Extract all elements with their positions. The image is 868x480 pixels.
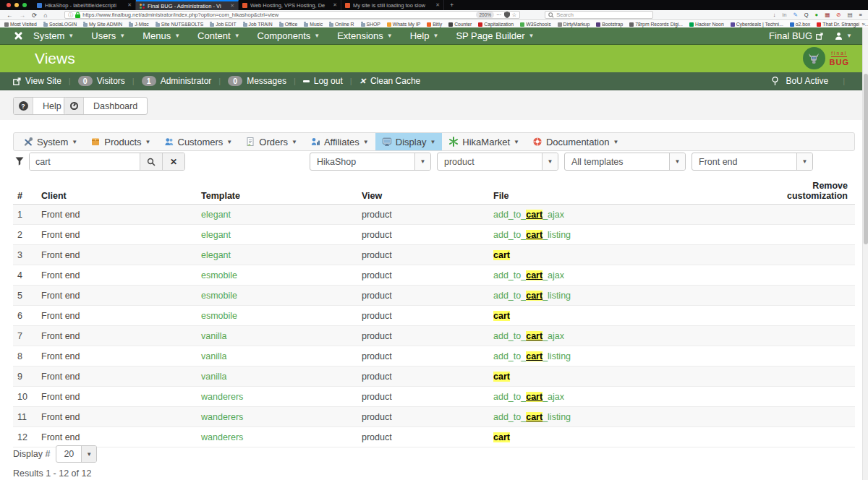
admin-menu-item[interactable]: Components▼ [258,30,320,41]
browser-extension-icon[interactable]: ● [815,12,819,18]
client-select[interactable]: Front end ▼ [692,153,813,171]
row-template-link[interactable]: elegant [201,245,362,265]
zoom-level-badge[interactable]: 200% [476,12,494,18]
row-file-link[interactable]: add_to_cart_ajax [493,205,752,225]
template-select[interactable]: All templates ▼ [564,153,686,171]
page-actions-icon[interactable]: ⋯ [496,12,502,18]
close-window-button[interactable] [7,3,11,7]
filter-search-button[interactable] [140,153,162,170]
browser-tab-4[interactable]: My site is still loading too slow ✕ [341,0,444,10]
bookmark-item[interactable]: SociaLOGIN [43,22,77,27]
hikashop-menu-products[interactable]: Products▼ [84,133,157,150]
bookmark-item[interactable]: Counter [448,22,472,27]
bookmark-item[interactable]: Job EDIT [210,22,236,27]
browser-extension-icon[interactable]: in [783,12,787,18]
bookmark-item[interactable]: o2.box [790,22,810,27]
row-file-link[interactable]: add_to_cart_listing [493,346,752,367]
hikashop-menu-orders[interactable]: Orders▼ [239,133,304,150]
vertical-scrollbar[interactable] [862,27,868,480]
bookmark-star-icon[interactable]: ☆ [512,12,517,18]
hikashop-menu-documentation[interactable]: Documentation▼ [526,133,625,150]
row-template-link[interactable]: esmobile [201,286,362,306]
bookmark-item[interactable]: My Site ADMIN [83,22,122,27]
bookmark-item[interactable]: Job TRAIN [243,22,273,27]
hikashop-menu-hikamarket[interactable]: HikaMarket▼ [442,133,526,150]
messages-status[interactable]: 0 Messages [228,76,286,86]
admin-menu-item[interactable]: Help▼ [410,30,439,41]
row-file-link[interactable]: cart [493,245,752,265]
reload-icon[interactable]: ⟳ [32,12,37,19]
bou-active-label[interactable]: BoU Active [786,76,828,86]
search-bar[interactable]: Search [545,11,653,19]
bookmark-item[interactable]: Bitly [427,22,442,27]
row-file-link[interactable]: add_to_cart_listing [493,407,752,427]
logout-link[interactable]: Log out [303,76,343,86]
browser-extension-icon[interactable]: ✎ [793,12,797,18]
url-text[interactable]: https://www.finalbug.net/administrator/i… [82,12,474,18]
admin-menu-item[interactable]: Content▼ [197,30,239,41]
hikashop-menu-affiliates[interactable]: Affiliates▼ [304,133,375,150]
browser-extension-icon[interactable]: ≡ [859,12,862,18]
user-menu[interactable]: ▼ [835,32,852,40]
browser-extension-icon[interactable]: ⊘ [836,12,841,18]
bookmark-item[interactable]: Capitalization [478,22,514,27]
dashboard-button[interactable]: Dashboard [64,97,148,115]
row-template-link[interactable]: elegant [201,205,362,225]
page-size-select[interactable]: 20 ▼ [56,445,97,463]
back-icon[interactable]: ← [7,12,13,19]
row-template-link[interactable]: wanderers [201,427,362,447]
row-file-link[interactable]: cart [493,367,752,387]
close-tab-icon[interactable]: ✕ [435,2,440,8]
bookmark-item[interactable]: 78rpm Records Digi... [629,22,683,27]
close-tab-icon[interactable]: ✕ [333,2,337,8]
row-file-link[interactable]: add_to_cart_ajax [493,326,752,346]
row-template-link[interactable]: wanderers [201,407,362,427]
row-file-link[interactable]: add_to_cart_listing [493,225,752,245]
close-tab-icon[interactable]: ✕ [230,3,234,9]
component-select[interactable]: HikaShop ▼ [310,153,431,171]
forward-icon[interactable]: → [20,12,26,19]
browser-tab-3[interactable]: Web Hosting, VPS Hosting, De ✕ [239,0,341,10]
bookmark-item[interactable]: Most Visited [4,22,37,27]
filter-clear-button[interactable]: ✕ [162,153,184,170]
row-file-link[interactable]: add_to_cart_ajax [493,265,752,286]
admin-menu-item[interactable]: Users▼ [91,30,125,41]
row-template-link[interactable]: esmobile [201,265,362,286]
hikashop-menu-system[interactable]: System▼ [17,133,84,150]
admin-menu-item[interactable]: SP Page Builder▼ [456,30,534,41]
filter-search-input[interactable] [30,153,140,170]
home-icon[interactable]: ⌂ [43,12,47,19]
browser-extension-icon[interactable]: ↓ [773,12,776,18]
preview-site-link[interactable]: Final BUG [769,30,823,41]
pocket-shield-icon[interactable] [504,12,510,18]
hikashop-menu-customers[interactable]: Customers▼ [158,133,239,150]
bookmark-item[interactable]: Cyberdeals | Techni... [731,22,783,27]
bookmark-item[interactable]: Music [304,22,323,27]
browser-tab-1[interactable]: HikaShop - label/title/descripti ✕ [33,0,136,10]
row-template-link[interactable]: vanilla [201,367,362,387]
bookmark-item[interactable]: W3Schools [520,22,550,27]
row-file-link[interactable]: cart [493,427,752,447]
row-file-link[interactable]: cart [493,306,752,326]
bookmark-item[interactable]: Hacker Noon [689,22,724,27]
admin-menu-item[interactable]: System▼ [33,30,74,41]
bookmark-item[interactable]: SHOP [361,22,380,27]
close-tab-icon[interactable]: ✕ [127,2,132,8]
zoom-window-button[interactable] [22,3,27,7]
bookmark-item[interactable]: Office [279,22,298,27]
row-template-link[interactable]: vanilla [201,346,362,367]
bookmark-item[interactable]: Whats My IP [387,22,421,27]
help-button[interactable]: ? Help [13,97,72,115]
clean-cache-link[interactable]: ✕ Clean Cache [359,76,421,86]
bookmarks-overflow-icon[interactable]: » [859,21,865,27]
bookmark-item[interactable]: J-Misc [129,22,149,27]
url-bar[interactable]: ⓘ https://www.finalbug.net/administrator… [64,11,520,19]
view-select[interactable]: product ▼ [437,153,558,171]
admin-menu-item[interactable]: Extensions▼ [337,30,393,41]
admin-menu-item[interactable]: Menus▼ [142,30,180,41]
minimize-window-button[interactable] [14,3,19,7]
browser-tab-2-active[interactable]: Final BUG - Administration - Vi ✕ [136,0,239,10]
scrollbar-thumb[interactable] [864,74,868,244]
row-template-link[interactable]: elegant [201,225,362,245]
administrator-status[interactable]: 1 Administrator [142,76,212,86]
